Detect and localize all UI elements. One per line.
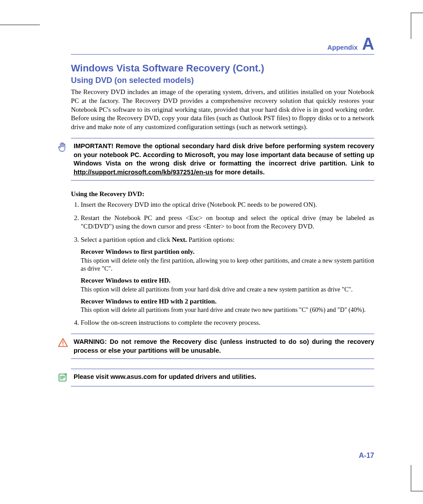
step-3-suffix: Partition options: xyxy=(187,236,235,243)
step-1: Insert the Recovery DVD into the optical… xyxy=(81,201,374,209)
partition-option-1: Recover Windows to first partition only.… xyxy=(81,248,374,273)
note-callout: Please visit www.asus.com for updated dr… xyxy=(71,369,374,386)
page-title: Windows Vista Software Recovery (Cont.) xyxy=(71,63,374,74)
option-2-title: Recover Windows to entire HD. xyxy=(81,276,374,285)
important-link[interactable]: http://support.microsoft.com/kb/937251/e… xyxy=(74,169,213,176)
note-icon xyxy=(57,373,69,382)
note-text: Please visit www.asus.com for updated dr… xyxy=(74,373,256,382)
warning-text: WARNING: Do not remove the Recovery disc… xyxy=(74,338,374,355)
step-3: Select a partition option and click Next… xyxy=(81,236,374,315)
partition-option-3: Recover Windows to entire HD with 2 part… xyxy=(81,297,374,315)
option-1-desc: This option will delete only the first p… xyxy=(81,257,374,273)
option-3-title: Recover Windows to entire HD with 2 part… xyxy=(81,297,374,306)
crop-mark-top-right xyxy=(411,12,423,39)
option-2-desc: This option will delete all partitions f… xyxy=(81,286,374,294)
warning-triangle-icon xyxy=(57,338,69,347)
step-4: Follow the on-screen instructions to com… xyxy=(81,319,374,327)
page-subtitle: Using DVD (on selected models) xyxy=(71,76,374,85)
svg-point-1 xyxy=(63,345,63,346)
partition-option-2: Recover Windows to entire HD. This optio… xyxy=(81,276,374,294)
chapter-label: Appendix xyxy=(327,43,357,51)
steps-list: Insert the Recovery DVD into the optical… xyxy=(71,201,374,327)
step-3-bold: Next. xyxy=(172,236,187,243)
crop-mark-left xyxy=(0,24,40,25)
important-callout: IMPORTANT! Remove the optional secondary… xyxy=(71,138,374,181)
important-prefix: IMPORTANT! Remove the optional secondary… xyxy=(74,142,374,167)
option-3-desc: This option will delete all partitions f… xyxy=(81,306,374,314)
page: Appendix A Windows Vista Software Recove… xyxy=(0,0,423,504)
warning-callout: WARNING: Do not remove the Recovery disc… xyxy=(71,334,374,359)
intro-paragraph: The Recovery DVD includes an image of th… xyxy=(71,88,374,132)
chapter-letter: A xyxy=(362,35,374,52)
steps-heading: Using the Recovery DVD: xyxy=(71,190,374,198)
important-suffix: for more details. xyxy=(213,169,265,176)
step-1-text: Insert the Recovery DVD into the optical… xyxy=(81,201,317,208)
crop-mark-bottom-right xyxy=(411,465,423,492)
important-text: IMPORTANT! Remove the optional secondary… xyxy=(74,142,374,177)
step-3-prefix: Select a partition option and click xyxy=(81,236,172,243)
chapter-header: Appendix A xyxy=(71,35,374,55)
step-2: Restart the Notebook PC and press <Esc> … xyxy=(81,214,374,231)
step-4-text: Follow the on-screen instructions to com… xyxy=(81,319,260,326)
step-2-text: Restart the Notebook PC and press <Esc> … xyxy=(81,214,374,230)
option-1-title: Recover Windows to first partition only. xyxy=(81,248,374,256)
page-number: A-17 xyxy=(359,452,374,460)
content-area: Appendix A Windows Vista Software Recove… xyxy=(0,0,423,414)
hand-icon xyxy=(57,142,69,154)
